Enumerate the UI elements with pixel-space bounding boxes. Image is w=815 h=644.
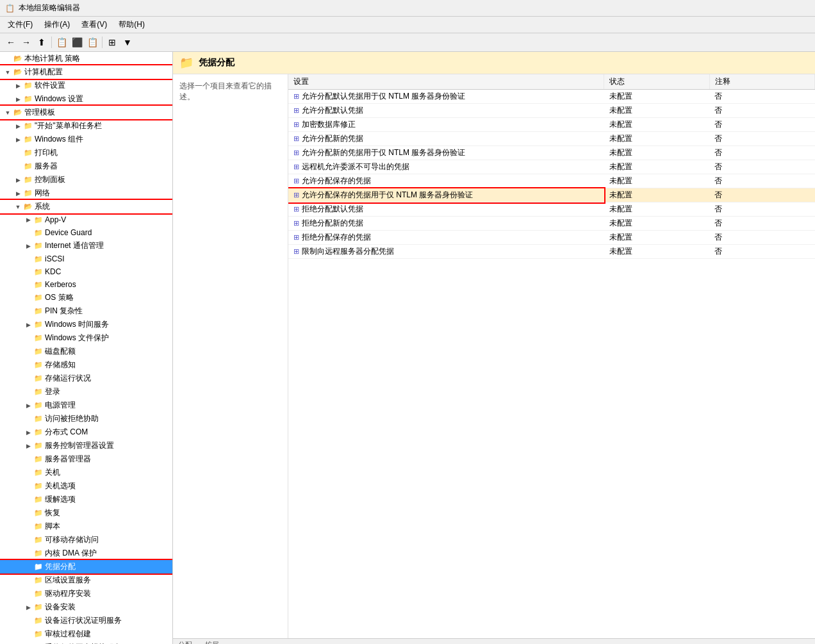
- tree-appv[interactable]: App-V: [0, 213, 172, 226]
- policy-note-cell: 否: [709, 188, 814, 202]
- tree-pin[interactable]: PIN 复杂性: [0, 304, 172, 318]
- tree-shutdown[interactable]: 关机: [0, 466, 172, 479]
- admin-templates-label: 管理模板: [23, 107, 55, 118]
- logon-label: 登录: [44, 386, 60, 397]
- tree-windows-file-prot[interactable]: Windows 文件保护: [0, 331, 172, 345]
- tree-windows-settings[interactable]: Windows 设置: [0, 92, 172, 106]
- status-tab-2[interactable]: 扩展: [205, 640, 219, 644]
- view-button[interactable]: ⊞: [105, 35, 119, 49]
- show-hide-button[interactable]: 📋: [54, 35, 69, 49]
- windows-time-label: Windows 时间服务: [44, 319, 109, 330]
- tree-admin-templates[interactable]: 管理模板: [0, 106, 172, 119]
- tree-internet-comm[interactable]: Internet 通信管理: [0, 239, 172, 252]
- device-install-icon: [33, 602, 44, 613]
- tree-windows-time[interactable]: Windows 时间服务: [0, 318, 172, 331]
- tree-computer-config[interactable]: 计算机配置: [0, 65, 172, 79]
- policy-setting-icon: ⊞: [293, 219, 299, 227]
- tree-servers[interactable]: 服务器: [0, 160, 172, 173]
- kdc-label: KDC: [44, 267, 61, 276]
- right-header-icon: 📁: [179, 56, 193, 70]
- right-panel: 📁 凭据分配 选择一个项目来查看它的描述。 设置 状态 注释: [173, 52, 815, 644]
- tree-service-control[interactable]: 服务控制管理器设置: [0, 439, 172, 452]
- tree-printers[interactable]: 打印机: [0, 146, 172, 160]
- tree-network[interactable]: 网络: [0, 186, 172, 200]
- network-label: 网络: [33, 188, 50, 199]
- back-button[interactable]: ←: [4, 35, 18, 49]
- menu-view[interactable]: 查看(V): [76, 18, 112, 31]
- table-row[interactable]: ⊞允许分配新的凭据用于仅 NTLM 服务器身份验证未配置否: [288, 146, 815, 160]
- up-button[interactable]: ⬆: [35, 35, 49, 49]
- distributed-com-icon: [33, 427, 44, 438]
- menu-bar: 文件(F) 操作(A) 查看(V) 帮助(H): [0, 17, 815, 33]
- tree-disk-quota[interactable]: 磁盘配额: [0, 345, 172, 358]
- tree-removable-storage[interactable]: 可移动存储访问: [0, 533, 172, 547]
- tree-storage-sense[interactable]: 存储感知: [0, 358, 172, 372]
- control-panel-label: 控制面板: [33, 174, 65, 185]
- tree-trusted-platform[interactable]: 受信任的平台模块服务: [0, 641, 172, 644]
- tree-os-policy[interactable]: OS 策略: [0, 291, 172, 304]
- tree-server-manager[interactable]: 服务器管理器: [0, 452, 172, 466]
- table-row[interactable]: ⊞允许分配新的凭据未配置否: [288, 132, 815, 146]
- tree-root[interactable]: 本地计算机 策略: [0, 52, 172, 65]
- tree-system[interactable]: 系统: [0, 200, 172, 213]
- policy-status-cell: 未配置: [604, 174, 709, 188]
- status-tab-1[interactable]: 分配: [178, 640, 192, 644]
- tree-logon[interactable]: 登录: [0, 385, 172, 399]
- help-button[interactable]: 📋: [85, 35, 99, 49]
- tree-shutdown-options[interactable]: 关机选项: [0, 479, 172, 493]
- network-arrow: [13, 188, 23, 199]
- tree-kerberos[interactable]: Kerberos: [0, 278, 172, 291]
- table-row[interactable]: ⊞允许分配保存的凭据未配置否: [288, 174, 815, 188]
- tree-device-guard[interactable]: Device Guard: [0, 226, 172, 239]
- filter-button[interactable]: ▼: [120, 35, 135, 49]
- menu-file[interactable]: 文件(F): [3, 18, 38, 31]
- policy-setting-icon: ⊞: [293, 205, 299, 213]
- table-row[interactable]: ⊞允许分配默认凭据未配置否: [288, 104, 815, 118]
- menu-action[interactable]: 操作(A): [39, 18, 75, 31]
- policy-setting-text: 允许分配保存的凭据: [302, 176, 371, 185]
- tree-software-settings[interactable]: 软件设置: [0, 79, 172, 92]
- table-row[interactable]: ⊞拒绝分配新的凭据未配置否: [288, 217, 815, 231]
- table-row[interactable]: ⊞拒绝分配保存的凭据未配置否: [288, 231, 815, 245]
- driver-install-icon: [33, 589, 44, 599]
- policy-setting-cell: ⊞允许分配默认凭据: [288, 104, 604, 118]
- table-row[interactable]: ⊞允许分配默认凭据用于仅 NTLM 服务器身份验证未配置否: [288, 90, 815, 104]
- tree-troubleshoot[interactable]: 缓解选项: [0, 493, 172, 506]
- tree-kdc[interactable]: KDC: [0, 265, 172, 278]
- kerberos-label: Kerberos: [44, 280, 76, 289]
- tree-credential-delegation[interactable]: 凭据分配: [0, 560, 172, 574]
- tree-iscsi[interactable]: iSCSI: [0, 252, 172, 265]
- forward-button[interactable]: →: [19, 35, 33, 49]
- tree-domain-services[interactable]: 区域设置服务: [0, 574, 172, 587]
- tree-access-denied[interactable]: 访问被拒绝协助: [0, 412, 172, 425]
- tree-control-panel[interactable]: 控制面板: [0, 173, 172, 186]
- tree-driver-install[interactable]: 驱动程序安装: [0, 587, 172, 600]
- policy-status-cell: 未配置: [604, 104, 709, 118]
- description-text: 选择一个项目来查看它的描述。: [179, 81, 272, 101]
- tree-scripts[interactable]: 脚本: [0, 520, 172, 533]
- table-row[interactable]: ⊞允许分配保存的凭据用于仅 NTLM 服务器身份验证未配置否: [288, 188, 815, 202]
- tree-start-menu[interactable]: "开始"菜单和任务栏: [0, 119, 172, 133]
- table-row[interactable]: ⊞限制向远程服务器分配凭据未配置否: [288, 245, 815, 259]
- properties-button[interactable]: ⬛: [70, 35, 84, 49]
- menu-help[interactable]: 帮助(H): [113, 18, 150, 31]
- tree-audit[interactable]: 审核过程创建: [0, 627, 172, 641]
- tree-device-install[interactable]: 设备安装: [0, 600, 172, 614]
- tree-distributed-com[interactable]: 分布式 COM: [0, 425, 172, 439]
- kernel-dma-label: 内核 DMA 保护: [44, 548, 97, 559]
- tree-recovery[interactable]: 恢复: [0, 506, 172, 520]
- tree-power-mgmt[interactable]: 电源管理: [0, 399, 172, 412]
- tree-storage-health[interactable]: 存储运行状况: [0, 372, 172, 385]
- tree-device-health[interactable]: 设备运行状况证明服务: [0, 614, 172, 627]
- table-row[interactable]: ⊞加密数据库修正未配置否: [288, 118, 815, 132]
- table-row[interactable]: ⊞拒绝分配默认凭据未配置否: [288, 202, 815, 217]
- toolbar-separator-2: [102, 37, 103, 48]
- kernel-dma-icon: [33, 549, 44, 559]
- power-mgmt-icon: [33, 400, 44, 411]
- policy-setting-text: 允许分配默认凭据: [302, 106, 363, 115]
- admin-templates-icon: [13, 108, 23, 118]
- windows-time-arrow: [23, 320, 33, 330]
- table-row[interactable]: ⊞远程机允许委派不可导出的凭据未配置否: [288, 160, 815, 174]
- tree-windows-components[interactable]: Windows 组件: [0, 133, 172, 146]
- tree-kernel-dma[interactable]: 内核 DMA 保护: [0, 547, 172, 560]
